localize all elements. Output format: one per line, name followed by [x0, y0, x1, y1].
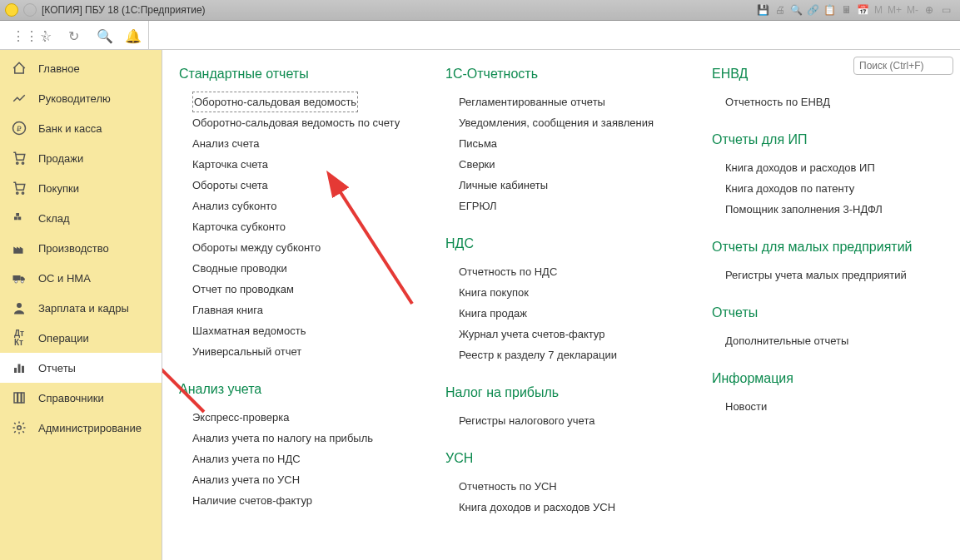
report-link[interactable]: ЕГРЮЛ	[459, 196, 679, 216]
report-link[interactable]: Карточка счета	[192, 154, 412, 175]
report-link[interactable]: Отчетность по ЕНВД	[725, 92, 945, 112]
report-link[interactable]: Карточка субконто	[192, 216, 412, 237]
save-icon[interactable]: 💾	[758, 4, 769, 16]
report-link[interactable]: Дополнительные отчеты	[725, 330, 945, 351]
truck-icon	[12, 270, 27, 285]
sidebar-item-label: Покупки	[38, 182, 79, 195]
report-link[interactable]: Регламентированные отчеты	[459, 92, 679, 112]
section-list: Оборотно-сальдовая ведомостьОборотно-сал…	[179, 92, 412, 362]
report-link[interactable]: Книга доходов и расходов ИП	[725, 157, 945, 178]
report-link[interactable]: Книга доходов и расходов УСН	[459, 497, 679, 518]
memory-mminus-button[interactable]: M-	[907, 4, 918, 16]
history-icon[interactable]: ↻	[68, 28, 82, 42]
section-title[interactable]: Информация	[712, 371, 945, 386]
section-title[interactable]: Отчеты для малых предприятий	[712, 240, 945, 255]
section-list: Регламентированные отчетыУведомления, со…	[445, 92, 679, 216]
svg-point-12	[17, 303, 22, 308]
sidebar-item-label: Склад	[38, 212, 70, 225]
report-link[interactable]: Письма	[459, 133, 679, 154]
report-link[interactable]: Сводные проводки	[192, 258, 412, 279]
section-title[interactable]: Отчеты для ИП	[712, 132, 945, 147]
report-link[interactable]: Обороты между субконто	[192, 237, 412, 258]
star-icon[interactable]: ☆	[40, 28, 53, 42]
report-link[interactable]: Главная книга	[192, 300, 412, 320]
window-icon[interactable]: ▭	[940, 4, 952, 16]
section-title[interactable]: Анализ учета	[179, 382, 412, 397]
svg-point-5	[22, 192, 23, 194]
sidebar-item-label: Зарплата и кадры	[38, 302, 129, 315]
report-link[interactable]: Регистры учета малых предприятий	[725, 265, 945, 285]
search-toolbar-icon[interactable]: 🔍	[97, 28, 110, 42]
sidebar-item-cart[interactable]: Продажи	[0, 143, 162, 173]
sidebar-item-factory[interactable]: Производство	[0, 233, 162, 263]
report-link[interactable]: Отчет по проводкам	[192, 279, 412, 300]
bell-icon[interactable]: 🔔	[125, 28, 138, 42]
report-link[interactable]: Сверки	[459, 154, 679, 175]
link-icon[interactable]: 🔗	[808, 4, 819, 16]
sidebar-item-bars[interactable]: Отчеты	[0, 353, 162, 383]
section-title[interactable]: 1С-Отчетность	[445, 67, 679, 82]
report-link[interactable]: Книга доходов по патенту	[725, 178, 945, 199]
calendar-icon[interactable]: 📅	[858, 4, 869, 16]
report-link[interactable]: Реестр к разделу 7 декларации	[459, 344, 679, 365]
zoom-icon[interactable]: ⊕	[923, 4, 935, 16]
section-list: Отчетность по УСНКнига доходов и расходо…	[445, 476, 679, 518]
report-link[interactable]: Журнал учета счетов-фактур	[459, 324, 679, 344]
section-list: Отчетность по НДСКнига покупокКнига прод…	[445, 261, 679, 365]
svg-rect-6	[14, 217, 17, 221]
report-link[interactable]: Шахматная ведомость	[192, 320, 412, 341]
search-icon[interactable]: 🔍	[791, 4, 803, 16]
sidebar-item-trend[interactable]: Руководителю	[0, 83, 162, 113]
section-title[interactable]: Отчеты	[712, 305, 945, 320]
report-link[interactable]: Универсальный отчет	[192, 341, 412, 362]
svg-text:₽: ₽	[17, 125, 22, 133]
sidebar-item-truck[interactable]: ОС и НМА	[0, 263, 162, 293]
gear-icon	[12, 420, 27, 435]
report-link[interactable]: Наличие счетов-фактур	[192, 490, 412, 511]
report-link[interactable]: Оборотно-сальдовая ведомость	[192, 92, 358, 112]
report-link[interactable]: Личные кабинеты	[459, 175, 679, 196]
report-link[interactable]: Экспресс-проверка	[192, 407, 412, 428]
sidebar-item-label: Администрирование	[38, 422, 142, 434]
report-link[interactable]: Анализ учета по налогу на прибыль	[192, 428, 412, 448]
report-link[interactable]: Новости	[725, 396, 945, 417]
memory-m-button[interactable]: M	[874, 4, 883, 16]
sidebar-item-warehouse[interactable]: Склад	[0, 203, 162, 233]
report-link[interactable]: Анализ учета по НДС	[192, 448, 412, 469]
sidebar-item-books[interactable]: Справочники	[0, 383, 162, 413]
sidebar-item-ops[interactable]: ДтКтОперации	[0, 323, 162, 353]
section-title[interactable]: Стандартные отчеты	[179, 67, 412, 82]
sidebar-item-cartin[interactable]: Покупки	[0, 173, 162, 203]
ruble-icon: ₽	[12, 121, 27, 136]
report-link[interactable]: Книга покупок	[459, 282, 679, 303]
report-link[interactable]: Уведомления, сообщения и заявления	[459, 112, 679, 133]
sidebar-item-person[interactable]: Зарплата и кадры	[0, 293, 162, 323]
sidebar-item-gear[interactable]: Администрирование	[0, 413, 162, 443]
report-link[interactable]: Обороты счета	[192, 175, 412, 196]
report-link[interactable]: Регистры налогового учета	[459, 410, 679, 431]
section-title[interactable]: УСН	[445, 451, 679, 466]
report-link[interactable]: Анализ субконто	[192, 196, 412, 216]
section-title[interactable]: Налог на прибыль	[445, 385, 679, 400]
report-link[interactable]: Анализ счета	[192, 133, 412, 154]
memory-mplus-button[interactable]: M+	[888, 4, 902, 16]
report-link[interactable]: Оборотно-сальдовая ведомость по счету	[192, 112, 412, 133]
section-title[interactable]: НДС	[445, 236, 679, 251]
apps-icon[interactable]: ⋮⋮⋮	[12, 28, 25, 42]
report-link[interactable]: Книга продаж	[459, 303, 679, 324]
report-link[interactable]: Анализ учета по УСН	[192, 469, 412, 490]
section-list: Регистры учета малых предприятий	[712, 265, 945, 285]
svg-point-10	[15, 280, 17, 283]
search-input[interactable]	[853, 57, 953, 75]
report-link[interactable]: Отчетность по НДС	[459, 261, 679, 282]
print-icon[interactable]: 🖨	[774, 4, 786, 16]
section: Отчеты для ИПКнига доходов и расходов ИП…	[712, 132, 945, 220]
sidebar-item-home[interactable]: Главное	[0, 53, 162, 83]
svg-rect-14	[18, 364, 21, 374]
sidebar-item-ruble[interactable]: ₽Банк и касса	[0, 113, 162, 143]
report-link[interactable]: Помощник заполнения 3-НДФЛ	[725, 199, 945, 220]
report-link[interactable]: Отчетность по УСН	[459, 476, 679, 497]
section-list: Регистры налогового учета	[445, 410, 679, 431]
calc-icon[interactable]: 🖩	[841, 4, 853, 16]
clipboard-icon[interactable]: 📋	[824, 4, 836, 16]
